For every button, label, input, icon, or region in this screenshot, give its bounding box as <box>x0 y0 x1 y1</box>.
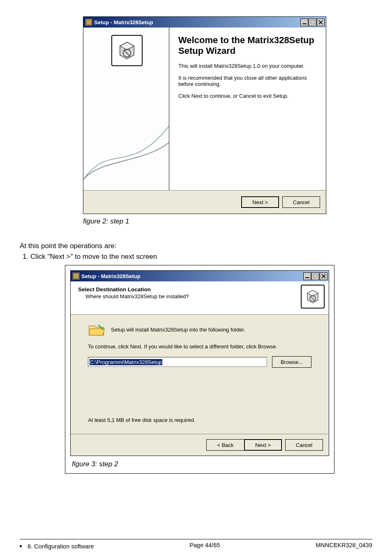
next-button[interactable]: Next > <box>241 196 279 208</box>
maximize-button <box>309 18 316 26</box>
window-title: Setup - Matrix328Setup <box>94 19 300 25</box>
install-path-value: C:\Programmi\Matrix328Setup <box>90 359 162 365</box>
next-button[interactable]: Next > <box>244 439 282 451</box>
window-title: Setup - Matrix328Setup <box>81 273 303 279</box>
wizard-header-subtitle: Where should Matrix328Setup be installed… <box>78 293 301 299</box>
browse-button[interactable]: Browse... <box>272 356 311 368</box>
close-icon <box>321 274 326 279</box>
wizard-header-title: Select Destination Location <box>78 286 301 292</box>
close-button[interactable] <box>317 18 325 26</box>
wizard-footer: Next > Cancel <box>83 190 326 214</box>
wizard-text-line2: To continue, click Next. If you would li… <box>88 343 311 350</box>
sidebar-decoration <box>83 97 169 180</box>
installer-box-icon <box>301 285 325 309</box>
figure-3-frame: Setup - Matrix328Setup Select Destinatio… <box>65 265 334 474</box>
window-icon <box>85 18 92 26</box>
close-button[interactable] <box>320 272 327 280</box>
figure-3-caption: figure 3: step 2 <box>72 460 329 468</box>
svg-rect-0 <box>86 19 91 25</box>
figure-2-caption: figure 2: step 1 <box>83 217 326 226</box>
wizard-header-bar: Select Destination Location Where should… <box>71 281 329 315</box>
close-icon <box>318 20 323 25</box>
disk-space-requirement: At least 5,1 MB of free disk space is re… <box>88 417 311 423</box>
titlebar: Setup - Matrix328Setup <box>71 271 329 281</box>
maximize-button <box>311 272 319 280</box>
wizard-sidebar-image <box>83 28 169 190</box>
cancel-button[interactable]: Cancel <box>282 196 320 208</box>
installer-box-icon <box>111 35 143 66</box>
cancel-button[interactable]: Cancel <box>285 439 323 451</box>
titlebar: Setup - Matrix328Setup <box>83 17 326 28</box>
wizard-heading: Welcome to the Matrix328Setup Setup Wiza… <box>178 35 317 56</box>
minimize-button[interactable] <box>300 18 308 26</box>
wizard-text-3: Click Next to continue, or Cancel to exi… <box>178 93 317 99</box>
install-path-field[interactable]: C:\Programmi\Matrix328Setup <box>88 357 267 367</box>
wizard-footer: < Back Next > Cancel <box>71 434 329 456</box>
minimize-button[interactable] <box>303 272 311 280</box>
svg-rect-2 <box>73 273 78 279</box>
setup-wizard-welcome-dialog: Setup - Matrix328Setup <box>83 16 326 214</box>
folder-icon <box>88 322 105 337</box>
wizard-text-2: It is recommended that you close all oth… <box>178 75 317 87</box>
wizard-text-1: This will install Matrix328Setup 1.0 on … <box>178 63 317 69</box>
window-icon <box>72 272 80 280</box>
body-paragraph: At this point the operations are: <box>20 242 372 250</box>
step-list-item: Click "Next >" to move to the next scree… <box>30 253 372 261</box>
setup-wizard-destination-dialog: Setup - Matrix328Setup Select Destinatio… <box>70 270 329 456</box>
step-list: Click "Next >" to move to the next scree… <box>20 253 372 261</box>
back-button[interactable]: < Back <box>206 439 244 451</box>
wizard-text-line1: Setup will install Matrix328Setup into t… <box>111 327 245 333</box>
